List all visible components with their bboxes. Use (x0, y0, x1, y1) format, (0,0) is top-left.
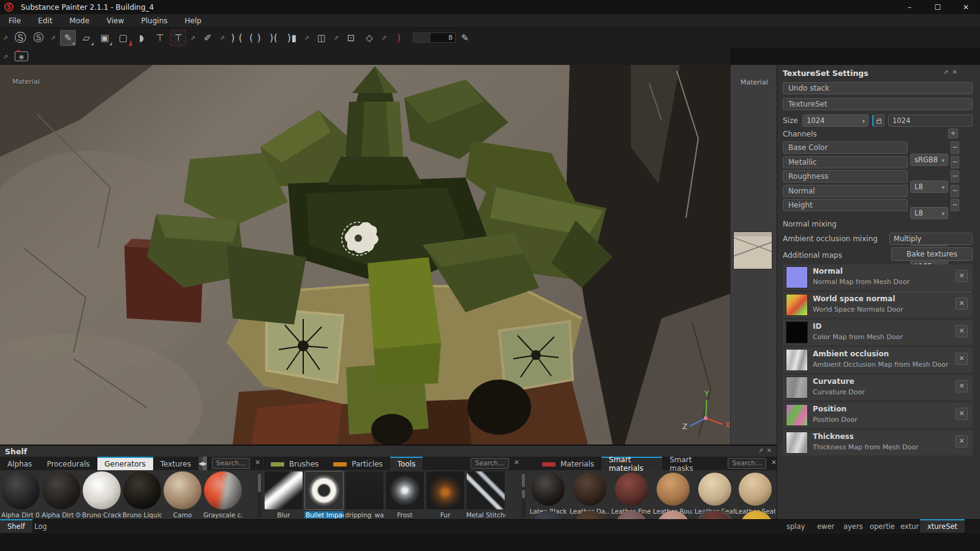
tab-alphas[interactable]: Alphas (0, 457, 39, 470)
tab-textures[interactable]: Textures (153, 457, 198, 470)
shelf-item[interactable]: Grayscale c... (203, 471, 243, 519)
stroke-profile-icon[interactable]: ) (391, 30, 407, 46)
menu-plugins[interactable]: Plugins (133, 14, 176, 28)
panel-popout-icon[interactable]: ⇗ (943, 69, 952, 75)
shelf-item-thumbnail[interactable] (42, 471, 80, 509)
popout-icon[interactable]: ⇗ (303, 30, 311, 46)
tab-brushes[interactable]: Brushes (263, 457, 326, 470)
shelf-popout-icon[interactable]: ⇗ (758, 447, 766, 454)
shelf-item[interactable]: Blur (264, 471, 303, 519)
minimize-button[interactable]: – (895, 0, 924, 14)
paint-brush-tool[interactable]: ✎ (60, 30, 76, 46)
channel-name[interactable]: Height (783, 199, 908, 211)
channel-format-dropdown[interactable]: sRGB8▾ (910, 154, 948, 166)
popout-icon[interactable]: ⇗ (189, 30, 197, 46)
projection-tool[interactable]: ▣ (97, 30, 113, 46)
camera-icon[interactable]: ◉ (15, 51, 28, 61)
shelf-item-thumbnail[interactable] (740, 511, 773, 519)
brush-profile-1-icon[interactable]: ) ( (229, 30, 245, 46)
undo-stack-bar[interactable]: Undo stack (783, 82, 973, 94)
remove-channel-button[interactable]: − (951, 156, 959, 168)
mesh-map-row[interactable]: Curvature Curvature Door ✕ (783, 375, 973, 400)
mesh-map-row[interactable]: Thickness Thickness Map from Mesh Door ✕ (783, 430, 973, 455)
uv-preview-thumbnail[interactable] (733, 231, 772, 269)
shelf-item[interactable]: Latex Black (528, 473, 568, 515)
shelf-item-thumbnail[interactable] (2, 471, 40, 509)
mesh-map-delete-button[interactable]: ✕ (956, 353, 968, 365)
shelf-item[interactable]: Camo (163, 471, 202, 519)
brush-size-slider[interactable]: 8 (413, 32, 456, 43)
textureset-bar[interactable]: TextureSet (783, 98, 973, 110)
shelf-item-thumbnail[interactable] (698, 473, 731, 506)
shelf-item[interactable]: Leather Seat... (695, 473, 735, 515)
mesh-map-row[interactable]: World space normal World Space Normals D… (783, 292, 973, 318)
channel-format-dropdown[interactable]: L8▾ (910, 207, 948, 219)
airbrush-tool[interactable]: ✐ (200, 30, 216, 46)
shelf-item[interactable]: Fur (426, 471, 465, 519)
shelf-item[interactable]: Leather Da... (570, 473, 610, 515)
menu-mode[interactable]: Mode (61, 14, 98, 28)
polygon-fill-tool[interactable]: ▢ (115, 30, 131, 46)
mesh-map-row[interactable]: Normal Normal Map from Mesh Door ✕ (783, 264, 973, 290)
viewport-3d[interactable]: Y X Z (0, 65, 730, 444)
close-button[interactable]: ✕ (952, 0, 980, 14)
tab-scroll-left-button[interactable]: ◀ (198, 457, 203, 470)
mesh-map-delete-button[interactable]: ✕ (956, 325, 968, 337)
shelf-item-thumbnail[interactable] (573, 473, 606, 506)
shelf-item-thumbnail[interactable] (532, 511, 565, 519)
panel-close-icon[interactable]: ✕ (952, 69, 960, 75)
menu-edit[interactable]: Edit (29, 14, 61, 28)
menu-file[interactable]: File (0, 14, 29, 28)
maximize-button[interactable]: ☐ (924, 0, 952, 14)
popout-icon[interactable]: ⇗ (1, 48, 10, 64)
mesh-map-row[interactable]: Position Position Door ✕ (783, 402, 973, 428)
mesh-map-delete-button[interactable]: ✕ (956, 408, 968, 420)
ao-mixing-field[interactable]: Multiply (889, 233, 973, 245)
brush-profile-3-icon[interactable]: )( (266, 30, 282, 46)
tab-generators[interactable]: Generators (97, 457, 153, 470)
channel-name[interactable]: Roughness (783, 170, 908, 182)
dock-tab-textureset[interactable]: xtureSet (920, 519, 965, 533)
shelf-item-thumbnail[interactable] (204, 471, 242, 509)
shelf-item[interactable]: Alpha Dirt 06 (42, 471, 81, 519)
search-input[interactable]: Search... (728, 458, 766, 469)
shelf-item-thumbnail[interactable] (164, 471, 202, 509)
shelf-item[interactable]: Leather Seat... (735, 473, 775, 515)
search-clear-icon[interactable]: ✕ (514, 459, 519, 470)
shelf-item[interactable]: Bruno Liquid (123, 471, 162, 519)
popout-icon[interactable]: ⇗ (332, 30, 341, 46)
shelf-item-thumbnail[interactable] (123, 471, 161, 509)
shelf-item-thumbnail[interactable] (345, 471, 383, 509)
search-clear-icon[interactable]: ✕ (771, 459, 777, 470)
mesh-map-delete-button[interactable]: ✕ (956, 435, 968, 448)
tab-smart-masks[interactable]: Smart masks (662, 457, 714, 470)
shelf-item[interactable]: Alpha Dirt 03 (1, 471, 40, 519)
substance-material-icon[interactable]: Ⓢ (12, 30, 28, 46)
shelf-item-thumbnail[interactable] (739, 473, 772, 506)
panel-header-icons[interactable]: ⇗✕ (943, 69, 961, 75)
brush-profile-2-icon[interactable]: ( ) (247, 30, 263, 46)
tab-materials[interactable]: Materials (535, 457, 601, 470)
shelf-item[interactable]: Leather Fine... (611, 473, 652, 515)
mesh-map-delete-button[interactable]: ✕ (956, 270, 968, 282)
shelf-item-thumbnail[interactable] (386, 471, 424, 509)
remove-channel-button[interactable]: − (951, 170, 959, 182)
shelf-item[interactable]: Bruno Cracks (82, 471, 121, 519)
channel-format-dropdown[interactable]: L8▾ (910, 181, 948, 193)
substance-bag-icon[interactable]: Ⓢ (31, 30, 47, 46)
size-field[interactable]: 1024 (888, 114, 973, 127)
shelf-item[interactable]: Leather Rou... (653, 473, 693, 515)
viewport-layout-icon[interactable]: ◫ (314, 30, 330, 46)
add-channel-button[interactable]: + (948, 129, 958, 138)
clone-stamp-alt-tool[interactable]: ⊤ (170, 30, 186, 46)
size-dropdown[interactable]: 1024▾ (802, 114, 869, 127)
mesh-map-row[interactable]: Ambient occlusion Ambient Occlusion Map … (783, 347, 973, 373)
shelf-item[interactable]: dripping_wax (345, 471, 384, 519)
shelf-item-thumbnail[interactable] (657, 511, 690, 519)
shelf-item-thumbnail[interactable] (467, 471, 505, 509)
tab-particles[interactable]: Particles (326, 457, 390, 470)
tab-procedurals[interactable]: Procedurals (39, 457, 97, 470)
dock-tab-log[interactable]: Log (27, 519, 55, 533)
popout-icon[interactable]: ⇗ (1, 30, 10, 46)
popout-icon[interactable]: ⇗ (218, 30, 227, 46)
